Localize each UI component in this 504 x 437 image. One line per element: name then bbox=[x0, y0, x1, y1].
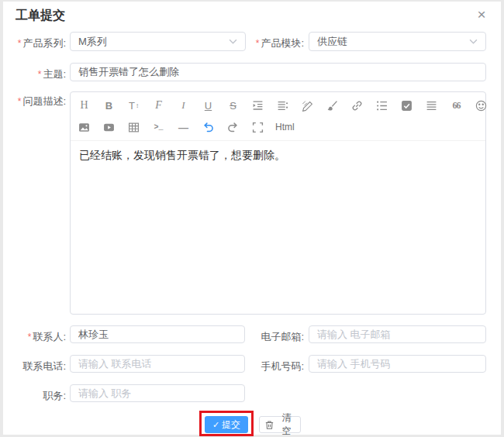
strikethrough-icon[interactable]: S bbox=[226, 98, 240, 113]
required-asterisk: * bbox=[38, 69, 42, 80]
contact-input[interactable] bbox=[70, 325, 245, 343]
brush-icon[interactable] bbox=[325, 98, 340, 113]
required-asterisk: * bbox=[28, 332, 32, 342]
mobile-input[interactable] bbox=[309, 355, 486, 373]
trash-icon bbox=[264, 420, 274, 430]
redo-icon[interactable] bbox=[226, 120, 240, 135]
email-label: 电子邮箱: bbox=[247, 330, 304, 344]
product-module-value: 供应链 bbox=[317, 35, 347, 49]
image-icon[interactable] bbox=[77, 120, 91, 135]
toolbar-row-1: H B T↕ F I U S bbox=[77, 95, 485, 115]
rich-text-editor: H B T↕ F I U S bbox=[70, 91, 486, 315]
job-input[interactable] bbox=[70, 384, 245, 402]
chevron-down-icon bbox=[229, 39, 237, 44]
line-height-icon[interactable] bbox=[275, 98, 290, 113]
bold-icon[interactable]: B bbox=[102, 98, 116, 113]
clear-button[interactable]: 清空 bbox=[259, 416, 301, 433]
code-icon[interactable]: >_ bbox=[151, 120, 166, 135]
undo-icon[interactable] bbox=[201, 120, 216, 135]
bullet-list-icon[interactable] bbox=[375, 98, 389, 113]
product-series-label: *产品系列: bbox=[0, 36, 66, 50]
pen-icon[interactable] bbox=[300, 98, 315, 113]
description-label: *问题描述: bbox=[0, 95, 66, 108]
page-background: 工单提交 × *产品系列: M系列 *产品模块: 供应链 *主题: *问题描述:… bbox=[0, 0, 504, 437]
chevron-down-icon bbox=[469, 39, 478, 44]
subject-input[interactable] bbox=[70, 63, 486, 81]
todo-checkbox-icon[interactable] bbox=[399, 98, 414, 113]
fullscreen-icon[interactable] bbox=[250, 120, 265, 135]
product-module-select[interactable]: 供应链 bbox=[309, 32, 486, 51]
link-icon[interactable] bbox=[350, 98, 364, 113]
toolbar-row-2: >_ — Html bbox=[77, 117, 485, 137]
submit-button[interactable]: ✓ 提交 bbox=[205, 416, 248, 433]
justify-icon[interactable] bbox=[424, 98, 439, 113]
contact-label: *联系人: bbox=[0, 330, 66, 344]
submit-button-label: 提交 bbox=[222, 418, 240, 432]
phone-label: 联系电话: bbox=[0, 360, 66, 373]
required-asterisk: * bbox=[256, 38, 260, 49]
job-label: 职务: bbox=[0, 389, 66, 403]
editor-content[interactable]: 已经结账，发现销售开票错了，想要删除。 bbox=[71, 141, 485, 308]
emoji-icon[interactable] bbox=[474, 98, 488, 113]
subject-label: *主题: bbox=[0, 67, 66, 81]
product-module-label: *产品模块: bbox=[247, 36, 304, 50]
indent-icon[interactable] bbox=[250, 98, 265, 113]
table-icon[interactable] bbox=[126, 120, 141, 135]
video-icon[interactable] bbox=[102, 120, 116, 135]
quote-icon[interactable]: 66 bbox=[449, 98, 464, 113]
mobile-label: 手机号码: bbox=[247, 360, 304, 373]
phone-input[interactable] bbox=[70, 355, 245, 373]
email-input[interactable] bbox=[309, 325, 486, 343]
html-icon[interactable]: Html bbox=[275, 120, 295, 135]
editor-toolbar: H B T↕ F I U S bbox=[71, 92, 485, 141]
close-icon[interactable]: × bbox=[471, 5, 492, 25]
check-icon: ✓ bbox=[212, 420, 219, 430]
italic-icon[interactable]: I bbox=[176, 98, 191, 113]
divider-icon[interactable]: — bbox=[176, 120, 191, 135]
page-title: 工单提交 bbox=[16, 8, 65, 24]
required-asterisk: * bbox=[18, 38, 22, 49]
product-series-value: M系列 bbox=[78, 35, 107, 49]
underline-icon[interactable]: U bbox=[201, 98, 216, 113]
required-asterisk: * bbox=[18, 96, 22, 107]
heading-icon[interactable]: H bbox=[77, 98, 91, 113]
font-size-icon[interactable]: T↕ bbox=[126, 98, 141, 113]
product-series-select[interactable]: M系列 bbox=[70, 32, 246, 51]
font-family-icon[interactable]: F bbox=[151, 98, 166, 113]
clear-button-label: 清空 bbox=[278, 411, 295, 437]
